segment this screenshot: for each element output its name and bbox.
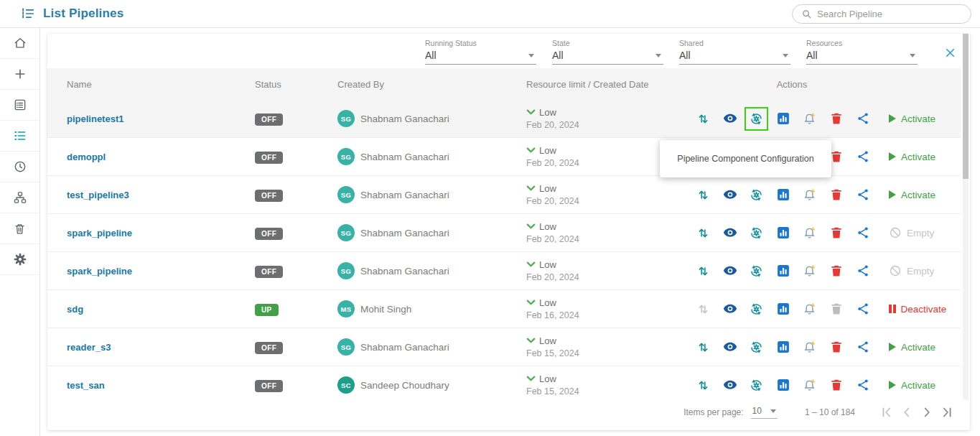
view-icon[interactable] bbox=[722, 225, 738, 241]
share-icon[interactable] bbox=[854, 149, 871, 165]
component-configuration-icon[interactable] bbox=[748, 377, 765, 394]
pipeline-name-link[interactable]: spark_pipeline bbox=[67, 266, 132, 277]
view-icon[interactable] bbox=[722, 263, 738, 279]
rerun-pipeline-icon[interactable] bbox=[695, 301, 711, 317]
resource-chevron-down-icon[interactable] bbox=[526, 300, 536, 306]
previous-page-button[interactable] bbox=[897, 402, 917, 422]
filter-running-status[interactable]: Running Status All bbox=[425, 39, 536, 65]
resource-chevron-down-icon[interactable] bbox=[526, 261, 536, 268]
sidebar-item-schedule-history[interactable] bbox=[0, 152, 39, 182]
filter-resources[interactable]: Resources All bbox=[806, 39, 918, 65]
alerts-bell-icon[interactable] bbox=[801, 301, 818, 317]
delete-icon[interactable] bbox=[828, 111, 844, 127]
search-input[interactable] bbox=[817, 9, 962, 19]
component-configuration-icon[interactable] bbox=[748, 225, 765, 241]
created-by-name: Shabnam Ganachari bbox=[360, 228, 449, 238]
monitoring-chart-icon[interactable] bbox=[775, 225, 791, 241]
row-action-button[interactable]: Activate bbox=[889, 380, 935, 391]
monitoring-chart-icon[interactable] bbox=[775, 301, 791, 317]
share-icon[interactable] bbox=[854, 339, 871, 356]
items-per-page-select[interactable]: 10 bbox=[751, 406, 778, 419]
delete-icon[interactable] bbox=[828, 263, 844, 279]
search-box[interactable] bbox=[792, 4, 971, 24]
alerts-bell-icon[interactable] bbox=[801, 263, 818, 279]
sidebar-item-settings[interactable] bbox=[0, 244, 39, 275]
row-action-button[interactable]: Activate bbox=[889, 113, 935, 124]
pipeline-name-link[interactable]: test_san bbox=[67, 380, 105, 391]
pipeline-name-link[interactable]: pipelinetest1 bbox=[67, 113, 123, 124]
resource-chevron-down-icon[interactable] bbox=[526, 223, 536, 230]
share-icon[interactable] bbox=[854, 111, 871, 127]
row-action-button[interactable]: Activate bbox=[889, 190, 935, 200]
alerts-bell-icon[interactable] bbox=[801, 187, 818, 203]
monitoring-chart-icon[interactable] bbox=[775, 339, 791, 356]
share-icon[interactable] bbox=[854, 187, 871, 203]
monitoring-chart-icon[interactable] bbox=[775, 263, 791, 279]
row-action-button[interactable]: Deactivate bbox=[889, 304, 946, 315]
created-by-name: Shabnam Ganachari bbox=[360, 152, 449, 162]
row-action-button[interactable]: Empty bbox=[889, 264, 934, 277]
delete-icon[interactable] bbox=[828, 377, 844, 394]
rerun-pipeline-icon[interactable] bbox=[695, 377, 711, 394]
share-icon[interactable] bbox=[854, 263, 871, 279]
resource-chevron-down-icon[interactable] bbox=[526, 185, 536, 192]
component-configuration-icon[interactable] bbox=[748, 263, 765, 279]
sidebar-item-list-pipelines[interactable] bbox=[0, 121, 39, 152]
items-per-page-label: Items per page: bbox=[683, 407, 743, 417]
pipeline-name-link[interactable]: test_pipeline3 bbox=[67, 190, 129, 200]
sidebar-item-trash[interactable] bbox=[0, 213, 39, 244]
rerun-pipeline-icon[interactable] bbox=[695, 111, 711, 127]
created-date: Feb 20, 2024 bbox=[526, 120, 579, 130]
delete-icon[interactable] bbox=[828, 225, 844, 241]
share-icon[interactable] bbox=[854, 301, 871, 317]
monitoring-chart-icon[interactable] bbox=[775, 377, 791, 394]
row-action-button[interactable]: Activate bbox=[889, 342, 935, 353]
view-icon[interactable] bbox=[722, 377, 738, 394]
component-configuration-icon[interactable] bbox=[748, 187, 765, 203]
last-page-button[interactable] bbox=[937, 402, 957, 422]
filter-state[interactable]: State All bbox=[552, 39, 663, 65]
share-icon[interactable] bbox=[854, 225, 871, 241]
view-icon[interactable] bbox=[722, 187, 738, 203]
pipeline-name-link[interactable]: reader_s3 bbox=[67, 342, 111, 353]
rerun-pipeline-icon[interactable] bbox=[695, 339, 711, 356]
rerun-pipeline-icon[interactable] bbox=[695, 187, 711, 203]
resource-chevron-down-icon[interactable] bbox=[526, 376, 536, 382]
resource-chevron-down-icon[interactable] bbox=[526, 147, 536, 154]
sidebar-item-home[interactable] bbox=[0, 28, 39, 59]
sidebar-item-pipeline-templates[interactable] bbox=[0, 90, 39, 121]
resource-chevron-down-icon[interactable] bbox=[526, 109, 536, 116]
rerun-pipeline-icon[interactable] bbox=[695, 225, 711, 241]
delete-icon[interactable] bbox=[828, 339, 844, 356]
alerts-bell-icon[interactable] bbox=[801, 225, 818, 241]
share-icon[interactable] bbox=[854, 377, 871, 394]
pipeline-name-link[interactable]: sdg bbox=[67, 304, 83, 315]
delete-icon[interactable] bbox=[828, 301, 844, 317]
scrollbar-thumb[interactable] bbox=[963, 34, 969, 179]
row-action-button[interactable]: Empty bbox=[889, 226, 934, 239]
pipeline-name-link[interactable]: spark_pipeline bbox=[67, 228, 132, 238]
delete-icon[interactable] bbox=[828, 187, 844, 203]
resource-chevron-down-icon[interactable] bbox=[526, 338, 536, 344]
component-configuration-icon[interactable] bbox=[748, 339, 765, 356]
view-icon[interactable] bbox=[722, 339, 738, 356]
alerts-bell-icon[interactable] bbox=[801, 111, 818, 127]
alerts-bell-icon[interactable] bbox=[801, 339, 818, 356]
next-page-button[interactable] bbox=[917, 402, 937, 422]
close-filters-button[interactable] bbox=[943, 46, 957, 60]
monitoring-chart-icon[interactable] bbox=[775, 111, 791, 127]
component-configuration-icon[interactable] bbox=[748, 301, 765, 317]
view-icon[interactable] bbox=[722, 301, 738, 317]
monitoring-chart-icon[interactable] bbox=[775, 187, 791, 203]
alerts-bell-icon[interactable] bbox=[801, 377, 818, 394]
component-configuration-icon[interactable] bbox=[748, 111, 765, 127]
first-page-button[interactable] bbox=[877, 402, 897, 422]
view-icon[interactable] bbox=[722, 111, 738, 127]
rerun-pipeline-icon[interactable] bbox=[695, 263, 711, 279]
pipeline-name-link[interactable]: demoppl bbox=[67, 152, 106, 162]
sidebar-item-create-new[interactable] bbox=[0, 59, 39, 90]
filter-shared[interactable]: Shared All bbox=[679, 39, 790, 65]
sidebar-item-workflow[interactable] bbox=[0, 182, 39, 213]
vertical-scrollbar[interactable] bbox=[963, 34, 969, 400]
row-action-button[interactable]: Activate bbox=[889, 152, 935, 162]
